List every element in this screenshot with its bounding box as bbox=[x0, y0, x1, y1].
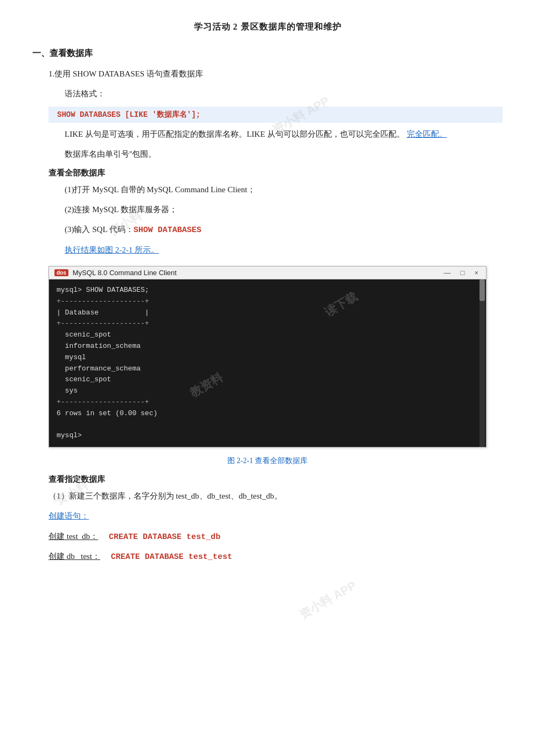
terminal-line-11: +--------------------+ bbox=[57, 397, 478, 408]
terminal-body: mysql> SHOW DATABASES; +----------------… bbox=[49, 279, 486, 447]
terminal-line-6: information_schema bbox=[57, 341, 478, 352]
sub-heading-all-db: 查看全部数据库 bbox=[48, 168, 503, 178]
step4: 执行结果如图 2-2-1 所示。 bbox=[65, 243, 503, 257]
desc1: LIKE 从句是可选项，用于匹配指定的数据库名称。LIKE 从句可以部分匹配，也… bbox=[65, 127, 503, 142]
create2-code: CREATE DATABASE test_test bbox=[111, 550, 232, 565]
syntax-code: SHOW DATABASES [LIKE '数据库名']; bbox=[57, 110, 200, 119]
terminal-line-4: +--------------------+ bbox=[57, 318, 478, 330]
terminal-line-10: sys bbox=[57, 386, 478, 397]
create-line-1: 创建 test_db： CREATE DATABASE test_db bbox=[48, 529, 503, 545]
terminal-titlebar: dos MySQL 8.0 Command Line Client — □ × bbox=[49, 267, 486, 279]
sub-heading-specific-db: 查看指定数据库 bbox=[48, 474, 503, 485]
create1-code: CREATE DATABASE test_db bbox=[109, 530, 220, 545]
syntax-code-box: SHOW DATABASES [LIKE '数据库名']; bbox=[48, 107, 503, 123]
create-line-2: 创建 db _test： CREATE DATABASE test_test bbox=[48, 549, 503, 565]
terminal-line-5: scenic_spot bbox=[57, 330, 478, 341]
terminal-line-14: mysql> bbox=[57, 430, 478, 442]
terminal-line-12: 6 rows in set (0.00 sec) bbox=[57, 408, 478, 419]
terminal-title: MySQL 8.0 Command Line Client bbox=[73, 269, 177, 277]
step3-code: SHOW DATABASES bbox=[134, 226, 202, 235]
step1: (1)打开 MySQL 自带的 MySQL Command Line Clien… bbox=[65, 183, 503, 197]
terminal-line-7: mysql bbox=[57, 352, 478, 363]
para-show-databases: 1.使用 SHOW DATABASES 语句查看数据库 bbox=[48, 67, 503, 81]
syntax-label: 语法格式： bbox=[65, 87, 503, 101]
section-1-heading: 一、查看数据库 bbox=[32, 48, 503, 59]
create1-label: 创建 test_db： bbox=[48, 529, 98, 544]
step2: (2)连接 MySQL 数据库服务器； bbox=[65, 202, 503, 217]
page-title: 学习活动 2 景区数据库的管理和维护 bbox=[32, 22, 503, 33]
maximize-button[interactable]: □ bbox=[458, 269, 467, 277]
scrollbar-thumb[interactable] bbox=[480, 279, 485, 301]
create2-label: 创建 db _test： bbox=[48, 549, 100, 564]
terminal-window: dos MySQL 8.0 Command Line Client — □ × … bbox=[48, 266, 487, 447]
close-button[interactable]: × bbox=[472, 269, 481, 277]
desc2: 数据库名由单引号''包围。 bbox=[65, 147, 503, 162]
terminal-line-1: mysql> SHOW DATABASES; bbox=[57, 285, 478, 296]
figure-caption: 图 2-2-1 查看全部数据库 bbox=[32, 456, 503, 466]
step3: (3)输入 SQL 代码：SHOW DATABASES bbox=[65, 222, 503, 237]
sub2-para1: （1）新建三个数据库，名字分别为 test_db、db_test、db_test… bbox=[48, 489, 503, 503]
terminal-line-9: scenic_spot bbox=[57, 374, 478, 386]
terminal-line-8: performance_schema bbox=[57, 363, 478, 375]
terminal-line-2: +--------------------+ bbox=[57, 296, 478, 307]
minimize-button[interactable]: — bbox=[442, 269, 453, 277]
terminal-icon: dos bbox=[54, 269, 68, 276]
create-label: 创建语句： bbox=[48, 509, 503, 523]
terminal-line-3: | Database | bbox=[57, 307, 478, 319]
terminal-line-13 bbox=[57, 419, 478, 431]
scrollbar[interactable] bbox=[480, 279, 485, 447]
